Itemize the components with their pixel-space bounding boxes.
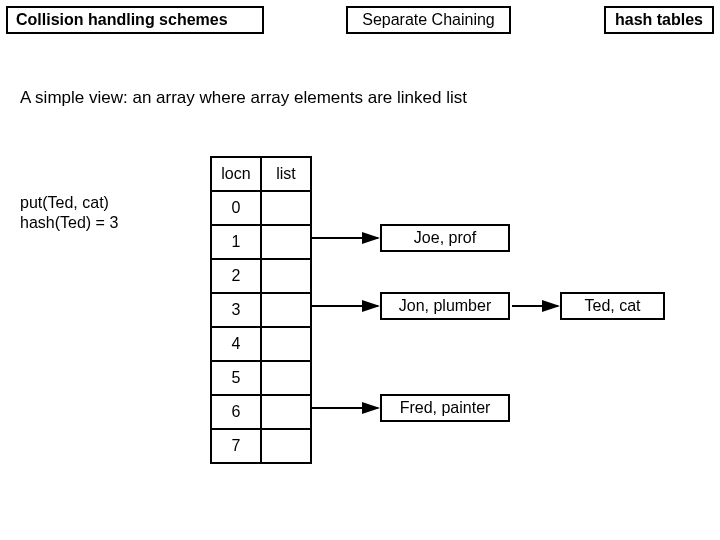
node-jon: Jon, plumber — [380, 292, 510, 320]
table-row-list — [261, 361, 311, 395]
table-row: 3 — [211, 293, 261, 327]
node-fred-label: Fred, painter — [400, 399, 491, 416]
table-row: 1 — [211, 225, 261, 259]
table-row-list — [261, 429, 311, 463]
table-head-list: list — [261, 157, 311, 191]
node-jon-label: Jon, plumber — [399, 297, 492, 314]
node-ted: Ted, cat — [560, 292, 665, 320]
table-row-list — [261, 191, 311, 225]
operation-line2: hash(Ted) = 3 — [20, 214, 118, 232]
node-joe: Joe, prof — [380, 224, 510, 252]
arrows-layer — [0, 0, 720, 540]
title-right-box: hash tables — [604, 6, 714, 34]
table-row: 0 — [211, 191, 261, 225]
title-left: Collision handling schemes — [16, 11, 228, 28]
operation-line1: put(Ted, cat) — [20, 194, 109, 212]
table-head-locn: locn — [211, 157, 261, 191]
table-row: 7 — [211, 429, 261, 463]
title-left-box: Collision handling schemes — [6, 6, 264, 34]
table-row: 4 — [211, 327, 261, 361]
table-row: 6 — [211, 395, 261, 429]
title-right: hash tables — [615, 11, 703, 28]
node-fred: Fred, painter — [380, 394, 510, 422]
table-row-list — [261, 293, 311, 327]
title-middle-box: Separate Chaining — [346, 6, 511, 34]
title-middle: Separate Chaining — [362, 11, 495, 28]
table-row: 5 — [211, 361, 261, 395]
table-row: 2 — [211, 259, 261, 293]
table-row-list — [261, 395, 311, 429]
table-row-list — [261, 259, 311, 293]
node-joe-label: Joe, prof — [414, 229, 476, 246]
node-ted-label: Ted, cat — [584, 297, 640, 314]
table-row-list — [261, 327, 311, 361]
table-row-list — [261, 225, 311, 259]
subtitle: A simple view: an array where array elem… — [20, 88, 467, 108]
hash-table: locn list 0 1 2 3 4 5 6 7 — [210, 156, 312, 464]
